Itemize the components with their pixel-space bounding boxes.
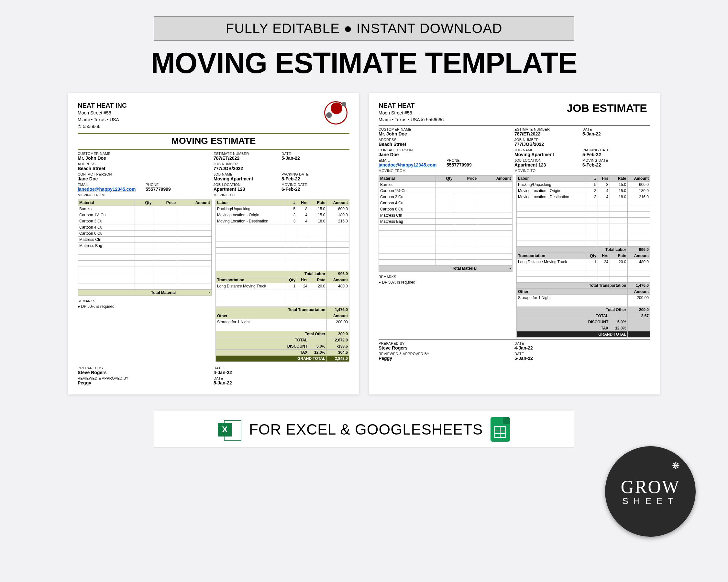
table-row: Packing/Unpacking5815.0600.0 xyxy=(517,182,650,188)
label-job-location: JOB LOCATION xyxy=(213,183,282,187)
value-total-transport: 1,476.0 xyxy=(327,306,349,313)
value-job-number: 777/JOB/2022 xyxy=(515,142,650,147)
value-reviewed-by: Peggy xyxy=(78,380,213,385)
col-material: Material xyxy=(78,199,135,206)
other-row: Storage for 1 Night200.00 xyxy=(517,295,650,301)
value-phone: 5557779999 xyxy=(146,187,213,192)
col-hrs: Hrs xyxy=(297,277,309,283)
label-customer-name: CUSTOMER NAME xyxy=(379,128,515,131)
label-total-transport: Total Transportation xyxy=(216,306,327,313)
col-qty: Qty xyxy=(436,175,454,182)
label-total-transport: Total Transportation xyxy=(517,282,628,288)
label-estimate-number: ESTIMATE NUMBER xyxy=(213,151,282,156)
top-banner: FULLY EDITABLE ● INSTANT DOWNLOAD xyxy=(154,16,574,41)
col-amount: Amount xyxy=(628,288,650,295)
col-amount: Amount xyxy=(327,277,349,283)
label-customer-name: CUSTOMER NAME xyxy=(78,151,213,156)
value-total-labor: 996.0 xyxy=(327,271,349,277)
col-labor: Labor xyxy=(216,199,285,206)
col-transportation: Transportation xyxy=(216,277,285,283)
label-moving-from: MOVING FROM xyxy=(379,169,515,173)
label-reviewed-date: DATE xyxy=(515,352,650,356)
label-email: EMAIL xyxy=(78,183,146,187)
col-amount: Amount xyxy=(177,199,212,206)
value-email[interactable]: janedoe@happy12345.com xyxy=(379,162,446,167)
page-title: MOVING ESTIMATE TEMPLATE xyxy=(39,47,689,80)
label-phone: PHONE xyxy=(146,183,213,187)
label-grand-total: GRAND TOTAL xyxy=(216,355,327,361)
label-remarks: REMARKS xyxy=(78,299,212,303)
value-total-labor: 996.0 xyxy=(628,246,650,252)
col-amount: Amount xyxy=(628,175,650,182)
col-material: Material xyxy=(379,175,436,182)
company-logo-icon xyxy=(324,101,347,124)
value-contact-person: Jane Doe xyxy=(379,152,515,157)
table-row: Mattress Bag xyxy=(78,243,212,249)
value-reviewed-date: 5-Jan-22 xyxy=(515,356,650,361)
value-date: 5-Jan-22 xyxy=(582,131,650,136)
company-name: NEAT HEAT INC xyxy=(78,102,349,109)
value-total-material: - xyxy=(177,289,212,296)
flower-icon: ❋ xyxy=(672,461,679,471)
label-total-material: Total Material xyxy=(78,289,177,296)
material-rows: BarrelsCartoon 1½ CuCartoon 3 CuCartoon … xyxy=(78,206,212,289)
labor-table: Labor#HrsRateAmount Packing/Unpacking581… xyxy=(516,175,650,337)
label-prepared-date: DATE xyxy=(213,366,349,370)
value-email[interactable]: janedoe@happy12345.com xyxy=(78,187,146,192)
value-packing-date: 5-Feb-22 xyxy=(282,176,349,182)
col-rate: Rate xyxy=(309,199,327,206)
table-row: Barrels xyxy=(78,206,212,212)
label-moving-from: MOVING FROM xyxy=(78,193,213,197)
col-hrs: Hrs xyxy=(598,252,610,259)
col-price: Price xyxy=(153,199,177,206)
table-row: Cartoon 6 Cu xyxy=(379,206,513,212)
value-contact-person: Jane Doe xyxy=(78,176,213,182)
label-prepared-date: DATE xyxy=(515,341,650,345)
label-discount: DISCOUNT xyxy=(216,343,309,349)
label-tax: TAX xyxy=(517,325,610,331)
company-address: Moon Street #55 xyxy=(78,110,349,116)
value-address: Beach Street xyxy=(78,166,213,171)
label-grand-total: GRAND TOTAL xyxy=(517,331,628,337)
googlesheets-icon xyxy=(491,417,510,442)
labor-rows: Packing/Unpacking5815.0600.0Moving Locat… xyxy=(517,182,650,246)
table-row: Cartoon 4 Cu xyxy=(379,200,513,206)
col-amount: Amount xyxy=(327,199,349,206)
value-total: 2,672.0 xyxy=(327,337,349,343)
value-total: 2,67 xyxy=(628,313,650,319)
document-title: MOVING ESTIMATE xyxy=(78,136,349,146)
col-labor: Labor xyxy=(517,175,586,182)
label-discount: DISCOUNT xyxy=(517,319,610,325)
col-other: Other xyxy=(216,313,327,319)
value-reviewed-date: 5-Jan-22 xyxy=(213,380,349,385)
label-moving-date: MOVING DATE xyxy=(582,159,650,162)
col-transportation: Transportation xyxy=(517,252,586,259)
company-address-2: Miami • Texas • USA xyxy=(78,117,349,123)
table-row: Mattress Ctn xyxy=(379,212,513,218)
col-hash: # xyxy=(285,199,297,206)
table-row: Cartoon 6 Cu xyxy=(78,230,212,237)
table-row: Cartoon 1½ Cu xyxy=(78,212,212,218)
label-prepared-by: PREPARED BY xyxy=(379,341,515,345)
label-total-labor: Total Labor xyxy=(216,271,327,277)
table-row: Cartoon 1½ Cu xyxy=(379,188,513,194)
label-address: ADDRESS xyxy=(379,138,515,142)
label-estimate-number: ESTIMATE NUMBER xyxy=(515,128,582,131)
value-prepared-date: 4-Jan-22 xyxy=(515,345,650,351)
footer-text: FOR EXCEL & GOOGLESHEETS xyxy=(249,421,483,438)
col-amount: Amount xyxy=(327,313,349,319)
table-row: Cartoon 3 Cu xyxy=(78,218,212,224)
labor-rows: Packing/Unpacking5815.0600.0Moving Locat… xyxy=(216,206,349,271)
label-reviewed-date: DATE xyxy=(213,377,349,380)
label-total-material: Total Material xyxy=(379,265,478,271)
material-rows: BarrelsCartoon 1½ CuCartoon 3 CuCartoon … xyxy=(379,182,513,265)
value-total-other: 200.0 xyxy=(628,306,650,313)
col-rate: Rate xyxy=(610,175,628,182)
value-phone: 5557779999 xyxy=(446,162,515,167)
value-total-transport: 1,476.0 xyxy=(628,282,650,288)
label-prepared-by: PREPARED BY xyxy=(78,366,213,370)
col-qty: Qty xyxy=(285,277,297,283)
label-moving-to: MOVING TO xyxy=(515,169,650,173)
label-total-other: Total Other xyxy=(216,331,327,337)
col-hrs: Hrs xyxy=(598,175,610,182)
